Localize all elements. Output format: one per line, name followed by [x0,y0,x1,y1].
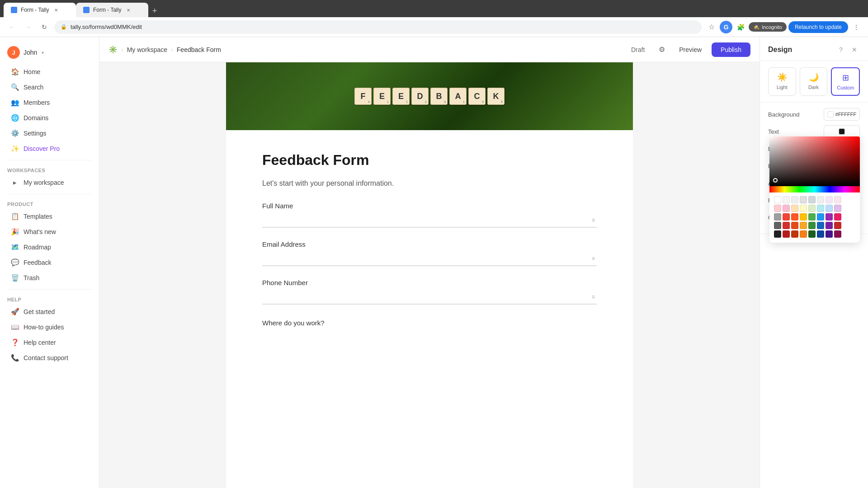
swatch-purple-700[interactable] [826,222,833,229]
sidebar-item-search[interactable]: 🔍 Search [4,80,95,94]
sidebar-item-whats-new[interactable]: 🎉 What's new [4,225,95,239]
sidebar-item-help-center[interactable]: ❓ Help center [4,335,95,350]
sidebar-item-feedback[interactable]: 💬 Feedback [4,255,95,270]
swatch-white[interactable] [774,196,781,203]
swatch-green-100[interactable] [808,205,816,212]
new-tab-button[interactable]: + [148,5,161,17]
swatch-yellow-100[interactable] [800,205,807,212]
bookmark-button[interactable]: ☆ [705,21,718,33]
swatch-green-700[interactable] [808,222,816,229]
text-color-swatch[interactable] [824,125,860,138]
address-bar[interactable]: 🔒 tally.so/forms/wd0MMK/edit [54,20,702,34]
sidebar-item-members[interactable]: 👥 Members [4,95,95,110]
swatch-green-500[interactable] [808,213,816,221]
swatch-pink-light[interactable] [834,196,841,203]
field-full-name-input[interactable]: ≡ [262,213,597,228]
sidebar-item-templates[interactable]: 📋 Templates [4,209,95,224]
settings-icon: ⚙️ [11,129,19,137]
swatch-amber[interactable] [800,213,807,221]
panel-close-button[interactable]: ✕ [849,44,860,55]
sidebar-divider-3 [7,289,92,290]
relaunch-button[interactable]: Relaunch to update [788,21,848,33]
swatch-pink-900[interactable] [834,230,841,238]
swatch-red-800[interactable] [834,222,841,229]
theme-light-button[interactable]: ☀️ Light [768,67,796,96]
swatch-deep-orange[interactable] [791,213,798,221]
discover-pro-icon: ✨ [11,145,19,153]
swatch-blue-900[interactable] [817,230,824,238]
sidebar-item-trash[interactable]: 🗑️ Trash [4,271,95,285]
form-header-image[interactable]: F4 E1 E1 D2 B3 A1 C3 K5 [226,62,633,130]
sidebar-item-contact-support[interactable]: 📞 Contact support [4,351,95,365]
color-gradient-area[interactable] [769,136,860,186]
preview-button[interactable]: Preview [674,43,707,56]
swatch-light-1[interactable] [783,196,790,203]
swatch-red-100[interactable] [774,205,781,212]
swatch-orange-900[interactable] [791,230,798,238]
sidebar-item-roadmap[interactable]: 🗺️ Roadmap [4,240,95,254]
user-menu[interactable]: J John ▾ [0,42,99,64]
publish-button[interactable]: Publish [712,42,750,57]
swatch-light-2[interactable] [791,196,798,203]
swatch-purple-900[interactable] [826,230,833,238]
sidebar-item-domains[interactable]: 🌐 Domains [4,111,95,125]
swatch-yellow-700[interactable] [800,222,807,229]
sidebar-item-get-started[interactable]: 🚀 Get started [4,305,95,319]
swatch-light-3[interactable] [800,196,807,203]
sidebar-item-settings[interactable]: ⚙️ Settings [4,126,95,141]
extension-button[interactable]: 🧩 [734,21,747,33]
forward-button[interactable]: → [22,21,34,33]
reload-button[interactable]: ↻ [38,21,51,33]
swatch-amber-900[interactable] [800,230,807,238]
swatch-orange-100[interactable] [791,205,798,212]
sidebar-divider-1 [7,160,92,160]
sidebar-item-how-to-guides[interactable]: 📖 How-to guides [4,320,95,334]
theme-dark-button[interactable]: 🌙 Dark [800,67,828,96]
swatch-row-5 [774,230,855,238]
swatch-pink-500[interactable] [834,213,841,221]
swatch-orange-700[interactable] [791,222,798,229]
swatch-red-500[interactable] [783,213,790,221]
theme-custom-button[interactable]: ⊞ Custom [831,67,860,96]
swatch-row-1 [774,196,855,203]
field-email-input[interactable]: ≡ [262,252,597,266]
swatch-blue-700[interactable] [817,222,824,229]
incognito-badge: 🕵️ Incognito [749,22,787,32]
swatch-purple-100[interactable] [834,205,841,212]
swatch-purple-light[interactable] [826,196,833,203]
field-phone-input[interactable]: ≡ [262,290,597,305]
swatch-purple-500[interactable] [826,213,833,221]
breadcrumb-workspace[interactable]: My workspace [127,46,167,53]
tab-1[interactable]: Form - Tally ✕ [4,3,76,17]
swatch-green-900[interactable] [808,230,816,238]
menu-button[interactable]: ⋮ [850,21,863,33]
avatar: J [7,46,20,59]
text-row: Text [768,125,860,138]
swatch-blue-500[interactable] [817,213,824,221]
draft-button[interactable]: Draft [626,43,650,56]
swatch-grey-700[interactable] [774,222,781,229]
back-button[interactable]: ← [5,21,18,33]
panel-help-button[interactable]: ? [835,44,846,55]
form-settings-button[interactable]: ⚙ [655,42,669,57]
swatch-red-700[interactable] [783,222,790,229]
sidebar-item-my-workspace[interactable]: ▸ My workspace [4,175,95,190]
swatch-red-900[interactable] [783,230,790,238]
google-account-button[interactable]: G [720,21,732,33]
text-label: Text [768,128,779,135]
sidebar-item-home[interactable]: 🏠 Home [4,65,95,79]
swatch-pink-100[interactable] [783,205,790,212]
swatch-bluegrey-2[interactable] [817,196,824,203]
field-email-label: Email Address [262,240,597,248]
swatch-bluegrey-1[interactable] [808,196,816,203]
swatch-blue-100[interactable] [826,205,833,212]
background-color-swatch[interactable]: #FFFFFF [824,108,860,121]
sidebar-item-discover-pro[interactable]: ✨ Discover Pro [4,141,95,156]
tab-2[interactable]: Form - Tally ✕ [76,3,148,17]
swatch-grey-900[interactable] [774,230,781,238]
tab-1-close[interactable]: ✕ [52,6,60,14]
swatch-grey-500[interactable] [774,213,781,221]
swatch-cyan-100[interactable] [817,205,824,212]
tab-2-close[interactable]: ✕ [125,6,132,14]
hue-slider[interactable] [769,186,860,192]
